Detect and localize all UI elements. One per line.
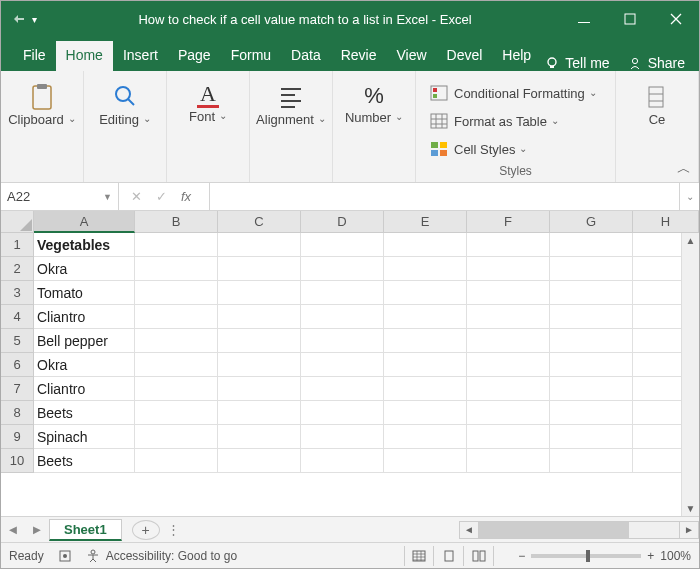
clipboard-button[interactable]: Clipboard xyxy=(11,75,73,157)
accessibility-button[interactable]: Accessibility: Good to go xyxy=(86,549,237,563)
cancel-formula-icon[interactable]: ✕ xyxy=(131,189,142,204)
cell[interactable] xyxy=(218,353,301,377)
cell[interactable] xyxy=(467,233,550,257)
cell[interactable] xyxy=(135,233,218,257)
cell[interactable] xyxy=(384,449,467,473)
cell[interactable] xyxy=(550,329,633,353)
minimize-button[interactable] xyxy=(561,1,607,37)
cell[interactable]: Spinach xyxy=(34,425,135,449)
zoom-thumb[interactable] xyxy=(586,550,590,562)
cell[interactable] xyxy=(467,257,550,281)
cell[interactable] xyxy=(301,425,384,449)
cell[interactable] xyxy=(384,305,467,329)
cell[interactable] xyxy=(384,329,467,353)
column-header[interactable]: F xyxy=(467,211,550,233)
cell[interactable] xyxy=(218,233,301,257)
cell[interactable] xyxy=(467,449,550,473)
cell[interactable] xyxy=(467,425,550,449)
cell[interactable] xyxy=(135,305,218,329)
cell[interactable]: Okra xyxy=(34,257,135,281)
view-page-layout-button[interactable] xyxy=(434,546,464,566)
cell[interactable] xyxy=(301,257,384,281)
maximize-button[interactable] xyxy=(607,1,653,37)
cell[interactable] xyxy=(384,233,467,257)
row-header[interactable]: 8 xyxy=(1,401,34,425)
cell[interactable] xyxy=(218,281,301,305)
cell[interactable] xyxy=(218,401,301,425)
cell[interactable]: Okra xyxy=(34,353,135,377)
row-header[interactable]: 4 xyxy=(1,305,34,329)
tab-page[interactable]: Page xyxy=(168,41,221,71)
cell[interactable] xyxy=(218,425,301,449)
cell[interactable] xyxy=(384,353,467,377)
zoom-control[interactable]: − + 100% xyxy=(518,549,691,563)
tab-home[interactable]: Home xyxy=(56,41,113,71)
cell[interactable] xyxy=(218,305,301,329)
number-button[interactable]: % Number xyxy=(343,75,405,157)
tab-view[interactable]: View xyxy=(386,41,436,71)
name-box[interactable]: A22 ▼ xyxy=(1,183,119,210)
scroll-right-icon[interactable]: ► xyxy=(679,521,699,539)
cell[interactable] xyxy=(218,449,301,473)
cell[interactable] xyxy=(135,377,218,401)
tab-help[interactable]: Help xyxy=(492,41,541,71)
alignment-button[interactable]: Alignment xyxy=(260,75,322,157)
column-header[interactable]: H xyxy=(633,211,699,233)
cell[interactable] xyxy=(467,305,550,329)
cell[interactable] xyxy=(301,233,384,257)
cell[interactable] xyxy=(550,257,633,281)
cell[interactable] xyxy=(301,401,384,425)
tab-formulas[interactable]: Formu xyxy=(221,41,281,71)
tab-file[interactable]: File xyxy=(13,41,56,71)
cell[interactable] xyxy=(135,353,218,377)
row-header[interactable]: 9 xyxy=(1,425,34,449)
tab-devel[interactable]: Devel xyxy=(437,41,493,71)
zoom-in-button[interactable]: + xyxy=(647,549,654,563)
qat[interactable]: ▾ xyxy=(1,14,49,25)
cell[interactable] xyxy=(467,377,550,401)
cell[interactable] xyxy=(550,233,633,257)
column-header[interactable]: D xyxy=(301,211,384,233)
cell[interactable]: Bell pepper xyxy=(34,329,135,353)
grid-body[interactable]: 1Vegetables2Okra3Tomato4Cliantro5Bell pe… xyxy=(1,233,699,516)
cell[interactable] xyxy=(467,353,550,377)
zoom-out-button[interactable]: − xyxy=(518,549,525,563)
tab-data[interactable]: Data xyxy=(281,41,331,71)
cell[interactable] xyxy=(550,449,633,473)
cells-button[interactable]: Ce xyxy=(626,75,688,157)
cell[interactable] xyxy=(135,281,218,305)
view-normal-button[interactable] xyxy=(404,546,434,566)
cell[interactable]: Cliantro xyxy=(34,377,135,401)
cell[interactable] xyxy=(135,449,218,473)
horizontal-scrollbar[interactable]: ◄ ► xyxy=(459,521,699,539)
conditional-formatting-button[interactable]: Conditional Formatting xyxy=(426,81,601,105)
row-header[interactable]: 2 xyxy=(1,257,34,281)
cell[interactable] xyxy=(550,425,633,449)
cell[interactable]: Vegetables xyxy=(34,233,135,257)
sheet-nav-prev[interactable]: ◄ xyxy=(1,522,25,537)
cell[interactable] xyxy=(301,377,384,401)
column-header[interactable]: C xyxy=(218,211,301,233)
cell[interactable] xyxy=(135,329,218,353)
cell[interactable] xyxy=(384,257,467,281)
cell[interactable] xyxy=(550,353,633,377)
cell[interactable] xyxy=(301,329,384,353)
cell[interactable] xyxy=(301,353,384,377)
cell[interactable]: Tomato xyxy=(34,281,135,305)
cell[interactable] xyxy=(550,401,633,425)
fx-icon[interactable]: fx xyxy=(181,189,197,204)
cell[interactable] xyxy=(384,377,467,401)
cell[interactable] xyxy=(384,425,467,449)
sheet-nav-next[interactable]: ► xyxy=(25,522,49,537)
cell[interactable]: Beets xyxy=(34,401,135,425)
cell[interactable] xyxy=(467,329,550,353)
cell[interactable] xyxy=(301,305,384,329)
cell[interactable] xyxy=(384,401,467,425)
enter-formula-icon[interactable]: ✓ xyxy=(156,189,167,204)
cell[interactable] xyxy=(301,281,384,305)
cell[interactable] xyxy=(135,401,218,425)
row-header[interactable]: 6 xyxy=(1,353,34,377)
select-all-button[interactable] xyxy=(1,211,34,233)
cell-styles-button[interactable]: Cell Styles xyxy=(426,137,601,161)
formula-input[interactable] xyxy=(210,183,679,210)
